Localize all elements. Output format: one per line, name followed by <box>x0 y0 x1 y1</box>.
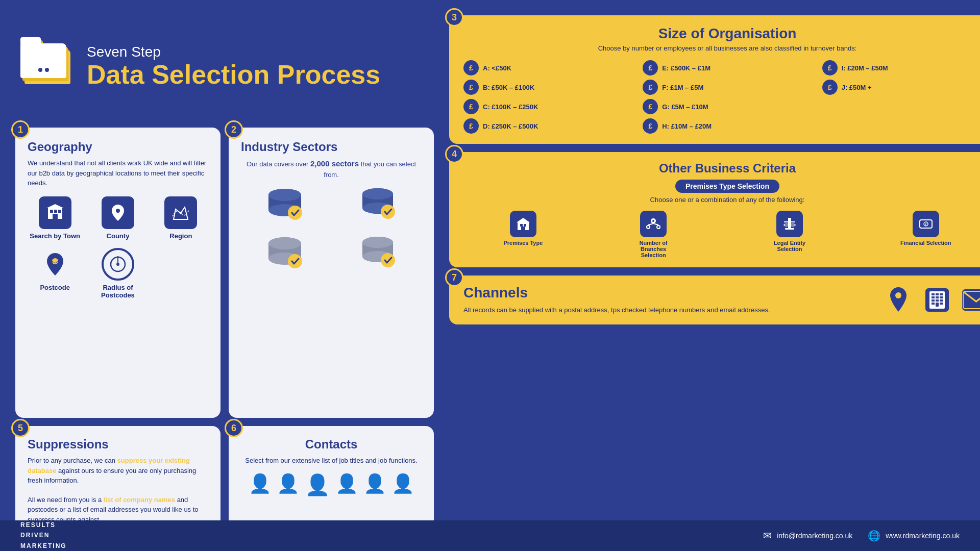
pound-icon-i: £ <box>822 60 838 76</box>
svg-point-72 <box>381 253 395 267</box>
channels-text: All records can be supplied with a posta… <box>463 305 868 315</box>
svg-point-11 <box>647 226 649 228</box>
footer-brand: RESULTS DRIVEN MARKETING <box>20 520 73 551</box>
footer-email: info@rdmarketing.co.uk <box>777 532 852 540</box>
premises-badge: Premises Type Selection <box>675 180 779 193</box>
step6-card: 6 Contacts Select from our extensive lis… <box>229 426 434 536</box>
financial-selection-label: Financial Selection <box>900 240 951 246</box>
biz-financial: £ Financial Selection <box>900 211 951 246</box>
county-icon <box>102 196 134 229</box>
suppress-highlight: suppress your existing database <box>28 457 190 474</box>
geo-county-label: County <box>107 232 130 240</box>
email-icon <box>961 285 980 315</box>
step6-badge: 6 <box>225 419 243 437</box>
db-icon-4 <box>334 233 422 277</box>
svg-rect-34 <box>932 303 935 305</box>
brand-line3: MARKETING <box>20 541 67 551</box>
svg-rect-14 <box>785 228 794 230</box>
person-icon-4: 👤 <box>363 473 386 497</box>
step3-card: 3 Size of Organisation Choose by number … <box>449 15 980 144</box>
geo-radius-label: Radius of Postcodes <box>90 284 145 299</box>
svg-rect-31 <box>932 299 935 302</box>
size-label-j: J: £50M + <box>842 84 872 91</box>
svg-point-67 <box>288 254 302 268</box>
channels-title: Channels <box>463 285 868 301</box>
financial-selection-icon: £ <box>913 211 939 237</box>
svg-point-22 <box>895 292 901 298</box>
db-icon-3 <box>241 233 329 277</box>
svg-rect-41 <box>50 210 53 213</box>
svg-text:£: £ <box>924 222 927 227</box>
size-item-d: £ D: £250K – £500K <box>463 118 632 134</box>
size-label-e: E: £500K – £1M <box>662 64 710 72</box>
svg-rect-33 <box>940 299 943 302</box>
brand-line1: RESULTS <box>20 520 56 530</box>
email-footer-icon: ✉ <box>763 530 772 542</box>
premises-type-label: Premises Type <box>503 240 543 246</box>
geo-region-label: Region <box>169 232 192 240</box>
step5-body1: Prior to any purchase, we can suppress y… <box>28 456 208 486</box>
svg-rect-26 <box>936 293 939 295</box>
step7-badge: 7 <box>445 268 463 287</box>
svg-rect-29 <box>936 296 939 298</box>
svg-rect-27 <box>940 293 943 295</box>
step7-card: 7 Channels All records can be supplied w… <box>449 276 980 324</box>
geo-icons-grid: Search by Town County <box>28 196 208 299</box>
size-item-j: £ J: £50M + <box>822 80 980 95</box>
pound-icon-g: £ <box>643 99 658 114</box>
step2-body: Our data covers over 2,000 sectors that … <box>241 158 422 180</box>
svg-rect-15 <box>784 221 788 222</box>
step4-badge: 4 <box>445 145 463 163</box>
pound-icon-j: £ <box>822 80 838 95</box>
size-item-b: £ B: £50K – £100K <box>463 80 632 95</box>
business-icons-row: Premises Type <box>463 211 980 258</box>
right-panel: 3 Size of Organisation Choose by number … <box>444 15 980 536</box>
pound-icon-d: £ <box>463 118 479 134</box>
footer-website: www.rdmarketing.co.uk <box>886 532 960 540</box>
step3-title: Size of Organisation <box>463 26 980 42</box>
website-contact: 🌐 www.rdmarketing.co.uk <box>868 530 960 542</box>
header-title: Data Selection Process <box>87 60 380 89</box>
header-icon <box>20 38 77 94</box>
step2-card: 2 Industry Sectors Our data covers over … <box>229 128 434 418</box>
pound-icon-b: £ <box>463 80 479 95</box>
step1-badge: 1 <box>11 120 30 139</box>
db-icon-1 <box>241 185 329 228</box>
branches-label: Number of Branches Selection <box>628 240 679 258</box>
step2-title: Industry Sectors <box>241 140 422 154</box>
svg-point-57 <box>288 206 302 220</box>
size-item-h: £ H: £10M – £20M <box>643 118 812 134</box>
size-item-placeholder2 <box>822 118 980 134</box>
geo-postcode: Postcode <box>28 248 82 299</box>
size-label-d: D: £250K – £500K <box>483 122 538 130</box>
svg-rect-28 <box>932 296 935 298</box>
company-names-link[interactable]: list of company names <box>104 496 175 504</box>
pound-icon-f: £ <box>643 80 658 95</box>
location-pin-icon <box>883 285 914 315</box>
svg-marker-4 <box>517 218 530 222</box>
svg-rect-44 <box>53 214 58 219</box>
svg-point-56 <box>268 189 301 201</box>
step1-card: 1 Geography We understand that not all c… <box>15 128 220 418</box>
telephone-icon <box>922 285 952 315</box>
step3-grid: £ A: <£50K £ E: £500K – £1M £ I: £20M – … <box>463 60 980 134</box>
step3-subtitle: Choose by number or employees or all bus… <box>463 44 980 53</box>
svg-rect-3 <box>521 227 525 230</box>
branches-icon <box>640 211 667 237</box>
person-icon-3: 👤 <box>335 473 358 497</box>
step3-badge: 3 <box>445 8 463 27</box>
header-text: Seven Step Data Selection Process <box>87 43 380 90</box>
size-item-a: £ A: <£50K <box>463 60 632 76</box>
svg-marker-45 <box>46 204 64 208</box>
step2-badge: 2 <box>225 120 243 139</box>
email-contact: ✉ info@rdmarketing.co.uk <box>763 530 852 542</box>
geo-search-town: Search by Town <box>28 196 82 240</box>
svg-rect-25 <box>932 293 935 295</box>
size-label-b: B: £50K – £100K <box>483 84 534 91</box>
region-icon <box>164 196 197 229</box>
premises-type-icon <box>510 211 536 237</box>
person-icon-1: 👤 <box>249 473 272 497</box>
search-town-icon <box>39 196 71 229</box>
biz-branches: Number of Branches Selection <box>628 211 679 258</box>
geo-region: Region <box>154 196 208 240</box>
